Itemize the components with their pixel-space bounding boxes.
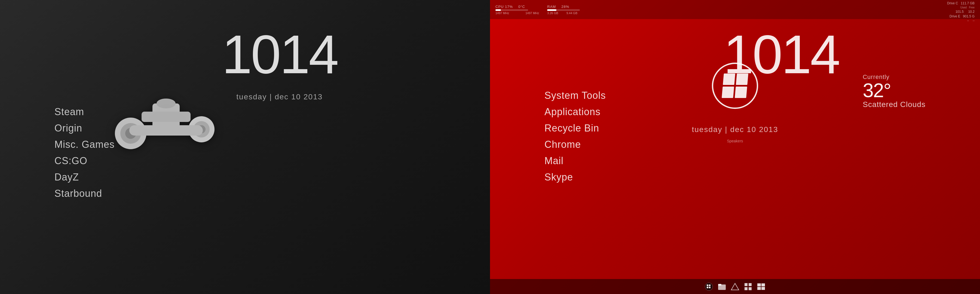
right-menu-item-skype[interactable]: Skype [544, 172, 606, 183]
left-menu-item-starbound[interactable]: Starbound [54, 188, 115, 199]
svg-rect-16 [718, 284, 721, 286]
svg-rect-18 [745, 283, 748, 286]
right-menu-item-recycle-bin[interactable]: Recycle Bin [544, 122, 606, 134]
svg-rect-19 [749, 283, 752, 286]
cpu-bar-container [495, 9, 528, 11]
triangle-taskbar-icon[interactable] [730, 281, 740, 292]
ram-label: RAM [547, 5, 556, 9]
cpu-stat-group: CPU 17% 0°C 1497 MHz 1497 MHz [495, 5, 539, 15]
start-button[interactable] [703, 281, 714, 292]
svg-rect-21 [749, 287, 752, 290]
windows-logo-circle[interactable] [712, 63, 758, 109]
right-menu-item-chrome[interactable]: Chrome [544, 139, 606, 150]
svg-rect-11 [707, 284, 708, 286]
win-pane-br [735, 87, 747, 98]
win-pane-tr [736, 73, 748, 85]
right-menu-item-system-tools[interactable]: System Tools [544, 90, 606, 101]
drive-e-line: Drive E 901.5 G [947, 14, 975, 18]
svg-marker-17 [731, 283, 739, 290]
left-content: 1014 tuesday | dec 10 2013 [0, 0, 490, 294]
left-menu-item-csgo[interactable]: CS:GO [54, 155, 115, 167]
right-date: tuesday | dec 10 2013 [692, 125, 778, 134]
ram-percent: 28% [561, 5, 569, 9]
drive-stats: Drive C 111.7 GB Used Free 101.5 10.2 Dr… [947, 2, 975, 22]
win-pane-bl [722, 87, 734, 98]
svg-rect-25 [761, 287, 765, 290]
cpu-speed-1: 1497 MHz [495, 11, 509, 15]
left-menu-item-steam[interactable]: Steam [54, 106, 115, 118]
left-panel: 1014 tuesday | dec 10 2013 [0, 0, 490, 294]
grid-taskbar-icon[interactable] [743, 281, 754, 292]
ram-bar-fill [547, 9, 557, 11]
windows-logo-inner [722, 73, 748, 98]
drive-c-used: Used Free [947, 6, 975, 9]
cpu-speed-2: 1497 MHz [525, 11, 539, 15]
ram-stat-group: RAM 28% 3.26 GB 9.44 GB [547, 5, 580, 15]
folder-taskbar-icon[interactable] [716, 281, 727, 292]
right-menu-item-applications[interactable]: Applications [544, 106, 606, 118]
svg-rect-22 [757, 283, 761, 286]
svg-rect-20 [745, 287, 748, 290]
cpu-bar-fill [495, 9, 501, 11]
weather-temperature: 32° [863, 81, 891, 100]
speaker-label: Speakers [727, 139, 743, 143]
cpu-temp: 0°C [518, 5, 525, 9]
svg-rect-8 [142, 111, 191, 122]
left-time: 1014 [222, 27, 337, 82]
left-menu: Steam Origin Misc. Games CS:GO DayZ Star… [54, 106, 115, 199]
left-menu-item-misc[interactable]: Misc. Games [54, 139, 115, 150]
left-menu-item-dayz[interactable]: DayZ [54, 172, 115, 183]
right-content: CPU 17% 0°C 1497 MHz 1497 MHz RAM 28% [490, 0, 980, 294]
svg-rect-23 [761, 283, 765, 286]
svg-rect-24 [757, 287, 761, 290]
weather-section: Currently 32° Scattered Clouds [863, 73, 926, 109]
ram-used: 3.26 GB [547, 11, 558, 15]
svg-rect-13 [707, 287, 708, 288]
drive-c-vals: 101.5 10.2 [947, 10, 975, 14]
drive-e-vals: -- -- [947, 19, 975, 22]
right-menu: System Tools Applications Recycle Bin Ch… [544, 90, 606, 183]
left-menu-item-origin[interactable]: Origin [54, 122, 115, 134]
steam-logo [115, 90, 218, 161]
right-panel: CPU 17% 0°C 1497 MHz 1497 MHz RAM 28% [490, 0, 980, 294]
svg-point-9 [156, 99, 176, 108]
win-pane-tl [723, 73, 735, 85]
ram-total: 9.44 GB [566, 11, 578, 15]
svg-rect-14 [709, 287, 711, 288]
drive-c-line: Drive C 111.7 GB [947, 2, 975, 5]
ram-bar-container [547, 9, 580, 11]
cpu-label: CPU 17% [495, 5, 513, 9]
taskbar [490, 279, 980, 294]
left-date: tuesday | dec 10 2013 [236, 92, 323, 101]
weather-description: Scattered Clouds [863, 100, 926, 109]
stats-bar: CPU 17% 0°C 1497 MHz 1497 MHz RAM 28% [490, 0, 980, 19]
svg-rect-12 [709, 284, 711, 286]
windows-taskbar-icon[interactable] [756, 281, 767, 292]
right-menu-item-mail[interactable]: Mail [544, 155, 606, 167]
